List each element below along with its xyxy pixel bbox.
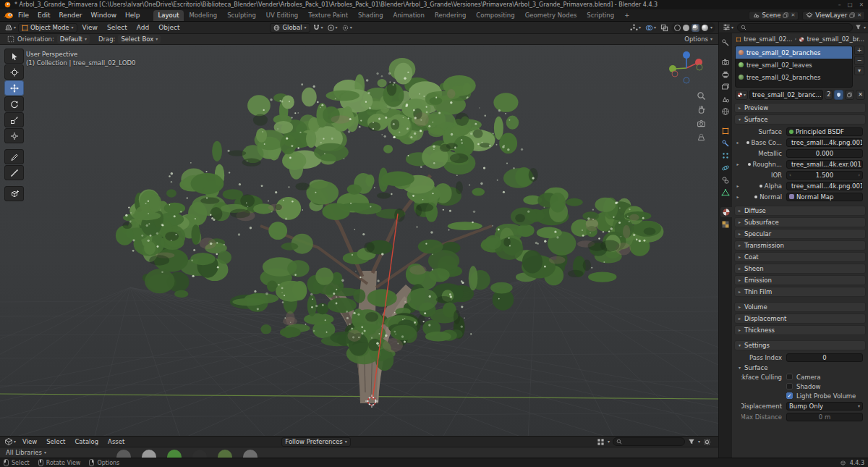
transform-orientation-dropdown[interactable]: Global ▾: [270, 23, 310, 33]
scale-tool[interactable]: [4, 112, 24, 127]
panel-header[interactable]: ▸Emission: [734, 275, 866, 285]
add-primitive-tool[interactable]: [4, 186, 24, 201]
menu-help[interactable]: Help: [121, 12, 145, 19]
menu-view[interactable]: View: [78, 24, 102, 31]
new-material-button[interactable]: [845, 90, 854, 100]
panel-header[interactable]: ▸Thin Film: [734, 287, 866, 297]
perspective-toggle-icon[interactable]: [697, 132, 706, 142]
workspace-tab-shading[interactable]: Shading: [353, 10, 388, 21]
proportional-editing-button[interactable]: ▾: [326, 22, 339, 33]
remove-slot-button[interactable]: −: [854, 56, 864, 65]
measure-tool[interactable]: [4, 165, 24, 180]
viewport-area[interactable]: User Perspective (1) Collection | tree_s…: [0, 45, 718, 436]
browse-material-button[interactable]: ▾: [735, 90, 748, 100]
normal-map-button[interactable]: Normal Map: [786, 193, 863, 201]
material-slot-list[interactable]: tree_small_02_branches tree_small_02_lea…: [735, 46, 853, 88]
increment-arrow-icon[interactable]: ›: [858, 172, 860, 178]
import-method-dropdown[interactable]: Follow Preferences ▾: [281, 437, 350, 447]
remove-view-layer-icon[interactable]: ✕: [857, 13, 861, 18]
base-color-texture-button[interactable]: tree_small...4k.png.001: [786, 138, 863, 147]
displacement-method-dropdown[interactable]: Bump Only ▾: [786, 402, 863, 411]
asset-menu-view[interactable]: View: [18, 438, 41, 445]
unlink-scene-icon[interactable]: ✕: [791, 13, 795, 18]
tab-world[interactable]: [719, 106, 732, 117]
orientation-setting-dropdown[interactable]: Default ▾: [57, 35, 90, 43]
scene-selector[interactable]: Scene ✕: [749, 11, 799, 20]
pan-hand-icon[interactable]: [697, 105, 706, 114]
tab-material[interactable]: [720, 207, 732, 217]
navigation-gizmo[interactable]: [663, 46, 710, 90]
menu-render[interactable]: Render: [55, 12, 87, 19]
breadcrumb-object[interactable]: tree_small_02...: [744, 35, 792, 43]
pivot-point-button[interactable]: ▾: [340, 22, 354, 33]
panel-header[interactable]: ▸Displacement: [734, 314, 866, 324]
close-icon[interactable]: ✕: [859, 1, 864, 8]
zoom-icon[interactable]: [697, 91, 706, 101]
unlink-material-button[interactable]: ✕: [856, 90, 865, 100]
tab-texture[interactable]: [719, 219, 732, 230]
show-overlays-button[interactable]: ▾: [644, 22, 658, 33]
workspace-tab-sculpting[interactable]: Sculpting: [222, 10, 261, 21]
light-probe-checkbox[interactable]: ✓: [786, 392, 793, 399]
tweak-select-tool[interactable]: [4, 49, 24, 64]
panel-header[interactable]: ▸Sheen: [734, 264, 866, 274]
ior-slider[interactable]: ‹ 1.500 ›: [786, 171, 863, 180]
asset-menu-select[interactable]: Select: [42, 438, 69, 445]
panel-header[interactable]: ▸Volume: [734, 302, 866, 312]
viewport-canvas[interactable]: [0, 45, 718, 436]
chevron-right-icon[interactable]: ▸: [736, 195, 739, 199]
annotate-tool[interactable]: [4, 149, 24, 164]
menu-select[interactable]: Select: [103, 24, 132, 31]
panel-surface-header[interactable]: ▾ Surface: [734, 114, 866, 125]
workspace-tab-modeling[interactable]: Modeling: [184, 10, 222, 21]
metallic-slider[interactable]: 0.000: [786, 149, 863, 158]
workspace-tab-geometry-nodes[interactable]: Geometry Nodes: [520, 10, 582, 21]
workspace-tab-compositing[interactable]: Compositing: [471, 10, 519, 21]
blender-menu-icon[interactable]: [3, 12, 14, 20]
backface-shadow-checkbox[interactable]: [786, 383, 793, 390]
menu-window[interactable]: Window: [87, 12, 122, 19]
window-titlebar[interactable]: * Arbol_3_Grande_Primavera [C:\Users\alv…: [0, 0, 868, 9]
material-name-field[interactable]: tree_small_02_branc...: [749, 90, 823, 100]
move-tool[interactable]: [4, 80, 24, 96]
material-slot-row[interactable]: tree_small_02_branches: [736, 71, 852, 83]
asset-menu-catalog[interactable]: Catalog: [70, 438, 103, 445]
slot-specials-button[interactable]: ▾: [854, 66, 864, 75]
axis-z-neg-ball[interactable]: [684, 77, 689, 83]
workspace-tab-rendering[interactable]: Rendering: [430, 10, 471, 21]
transform-tool[interactable]: [4, 128, 24, 143]
new-scene-icon[interactable]: [783, 12, 788, 18]
workspace-tab-scripting[interactable]: Scripting: [582, 10, 619, 21]
backface-camera-checkbox[interactable]: [786, 374, 793, 380]
properties-search-input[interactable]: [737, 23, 853, 32]
breadcrumb-material[interactable]: tree_small_02_br...: [807, 35, 864, 43]
xray-toggle-button[interactable]: [659, 22, 670, 33]
tab-particles[interactable]: [719, 151, 732, 161]
pass-index-slider[interactable]: 0: [786, 353, 863, 362]
view-layer-selector[interactable]: ViewLayer ✕: [802, 11, 865, 20]
asset-preview-thumbnails[interactable]: [115, 447, 289, 458]
panel-header[interactable]: ▸Coat: [734, 252, 866, 262]
panel-header[interactable]: ▸Subsurface: [734, 217, 866, 227]
material-slot-row[interactable]: tree_small_02_leaves: [736, 59, 852, 71]
tab-render[interactable]: [719, 57, 732, 67]
filter-funnel-icon[interactable]: [855, 24, 861, 30]
workspace-tab-layout[interactable]: Layout: [153, 10, 184, 21]
show-gizmo-button[interactable]: ▾: [629, 22, 642, 33]
menu-edit[interactable]: Edit: [33, 12, 54, 19]
mode-dropdown[interactable]: Object Mode ▾: [18, 23, 77, 33]
display-mode-grid-icon[interactable]: [597, 438, 605, 446]
tab-constraints[interactable]: [719, 175, 732, 185]
alpha-texture-button[interactable]: tree_small...4k.png.001: [786, 182, 863, 190]
maximize-icon[interactable]: □: [848, 1, 853, 8]
chevron-right-icon[interactable]: ▸: [736, 162, 739, 167]
editor-type-button[interactable]: ▾: [3, 22, 17, 33]
tab-scene[interactable]: [719, 94, 732, 104]
rotate-tool[interactable]: [4, 96, 24, 112]
properties-editor-type-button[interactable]: ▾: [721, 22, 735, 33]
panel-preview-header[interactable]: ▸ Preview: [734, 103, 866, 113]
panel-header[interactable]: ▸Specular: [734, 229, 866, 239]
asset-search-input[interactable]: [613, 437, 685, 446]
max-distance-field[interactable]: 0 m: [786, 413, 863, 421]
camera-view-icon[interactable]: [697, 119, 706, 128]
